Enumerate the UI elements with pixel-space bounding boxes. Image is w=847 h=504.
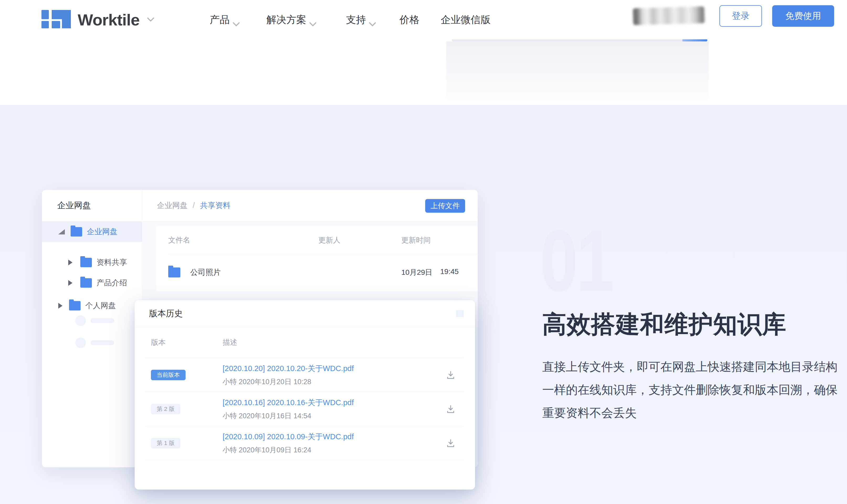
feature-title: 高效搭建和维护知识库 — [542, 308, 786, 341]
breadcrumb-current[interactable]: 共享资料 — [200, 201, 230, 210]
column-header-filename: 文件名 — [168, 235, 312, 245]
tree-item-personal-disk[interactable]: 个人网盘 — [42, 295, 142, 316]
version-row: 第 2 版 [2020.10.16] 2020.10.16-关于WDC.pdf … — [135, 392, 475, 426]
skeleton-bar — [90, 318, 114, 323]
tree-item-enterprise-disk[interactable]: 企业网盘 — [42, 221, 142, 242]
download-icon[interactable] — [442, 370, 460, 380]
login-button[interactable]: 登录 — [720, 5, 762, 27]
logo-wordmark: Worktile — [78, 11, 139, 29]
feature-index-watermark: 01 — [540, 221, 613, 301]
nav-item-pricing[interactable]: 价格 — [399, 0, 419, 39]
column-header-description: 描述 — [223, 338, 475, 347]
worktile-logo-icon — [41, 10, 71, 29]
top-navbar: Worktile 产品 解决方案 支持 价格 企业微信版 登录 免费使用 — [0, 0, 847, 39]
nav-item-solutions[interactable]: 解决方案 — [266, 0, 316, 39]
breadcrumb-separator: / — [193, 201, 195, 210]
download-icon[interactable] — [442, 438, 460, 448]
netdisk-sidebar: 企业网盘 企业网盘 资料共享 产品介绍 个人网盘 — [42, 190, 142, 467]
column-header-updated-time: 更新时间 — [395, 235, 478, 245]
file-table-header: 文件名 更新人 更新时间 — [156, 226, 478, 254]
feature-description: 直接上传文件夹，即可在网盘上快速搭建同本地目录结构一样的在线知识库，支持文件删除… — [542, 355, 842, 424]
folder-icon — [80, 258, 92, 267]
caret-expanded-icon[interactable] — [58, 229, 65, 234]
nav-item-products[interactable]: 产品 — [210, 0, 240, 39]
blurred-phone-number — [633, 6, 705, 25]
skeleton-circle — [75, 338, 86, 348]
folder-icon — [168, 268, 180, 277]
chevron-down-icon — [233, 18, 240, 22]
breadcrumb: 企业网盘 / 共享资料 — [157, 200, 230, 211]
current-version-badge: 当前版本 — [151, 370, 186, 380]
version-row: 当前版本 [2020.10.20] 2020.10.20-关于WDC.pdf 小… — [135, 358, 475, 392]
version-file-link[interactable]: [2020.10.20] 2020.10.20-关于WDC.pdf — [223, 363, 442, 374]
folder-icon — [71, 227, 82, 236]
version-file-link[interactable]: [2020.10.16] 2020.10.16-关于WDC.pdf — [223, 398, 442, 408]
update-date: 10月29日 — [401, 268, 432, 277]
version-row: 第 1 版 [2020.10.09] 2020.10.09-关于WDC.pdf … — [135, 426, 475, 460]
carousel-progress-strip — [452, 39, 707, 41]
divider — [145, 460, 464, 460]
logo[interactable]: Worktile — [41, 0, 154, 39]
background-haze — [446, 41, 709, 103]
skeleton-circle — [75, 316, 86, 326]
nav-item-support[interactable]: 支持 — [346, 0, 376, 39]
folder-icon — [69, 301, 81, 310]
modal-corner-icon[interactable] — [456, 310, 464, 317]
skeleton-bar — [90, 340, 114, 345]
caret-collapsed-icon[interactable] — [68, 280, 72, 286]
file-name[interactable]: 公司照片 — [190, 267, 221, 278]
progress-strip-highlight — [682, 39, 707, 41]
update-time: 19:45 — [440, 268, 459, 277]
column-header-version: 版本 — [151, 338, 223, 347]
version-meta: 小特 2020年10月16日 14:54 — [223, 411, 442, 420]
download-icon[interactable] — [442, 404, 460, 414]
version-meta: 小特 2020年10月09日 16:24 — [223, 445, 442, 455]
version-table-header: 版本 描述 — [135, 327, 475, 358]
file-table: 文件名 更新人 更新时间 公司照片 10月29日 19:45 — [156, 226, 478, 291]
version-badge: 第 2 版 — [151, 404, 180, 414]
chevron-down-icon — [369, 18, 376, 22]
upload-file-button[interactable]: 上传文件 — [425, 199, 465, 213]
chevron-down-icon — [309, 18, 316, 22]
version-meta: 小特 2020年10月20日 10:28 — [223, 377, 442, 386]
tree-item-product-intro[interactable]: 产品介绍 — [42, 273, 142, 293]
version-file-link[interactable]: [2020.10.09] 2020.10.09-关于WDC.pdf — [223, 432, 442, 442]
tree-item-shared-docs[interactable]: 资料共享 — [42, 252, 142, 273]
caret-collapsed-icon[interactable] — [68, 259, 72, 265]
chevron-down-icon — [147, 18, 154, 22]
modal-title: 版本历史 — [149, 308, 183, 319]
table-row[interactable]: 公司照片 10月29日 19:45 — [156, 254, 478, 291]
sidebar-title: 企业网盘 — [42, 190, 142, 221]
version-badge: 第 1 版 — [151, 438, 180, 448]
skeleton-placeholder-row — [75, 338, 114, 348]
skeleton-placeholder-row — [75, 316, 114, 326]
version-history-modal: 版本历史 版本 描述 当前版本 [2020.10.20] 2020.10.20-… — [135, 300, 475, 490]
caret-collapsed-icon[interactable] — [58, 303, 63, 309]
column-header-updater: 更新人 — [312, 235, 395, 245]
breadcrumb-root[interactable]: 企业网盘 — [157, 201, 187, 210]
free-signup-button[interactable]: 免费使用 — [772, 5, 834, 27]
nav-item-wechat-work[interactable]: 企业微信版 — [441, 0, 490, 39]
breadcrumb-bar: 企业网盘 / 共享资料 上传文件 — [142, 190, 478, 221]
modal-header: 版本历史 — [135, 300, 475, 327]
folder-icon — [80, 278, 92, 288]
